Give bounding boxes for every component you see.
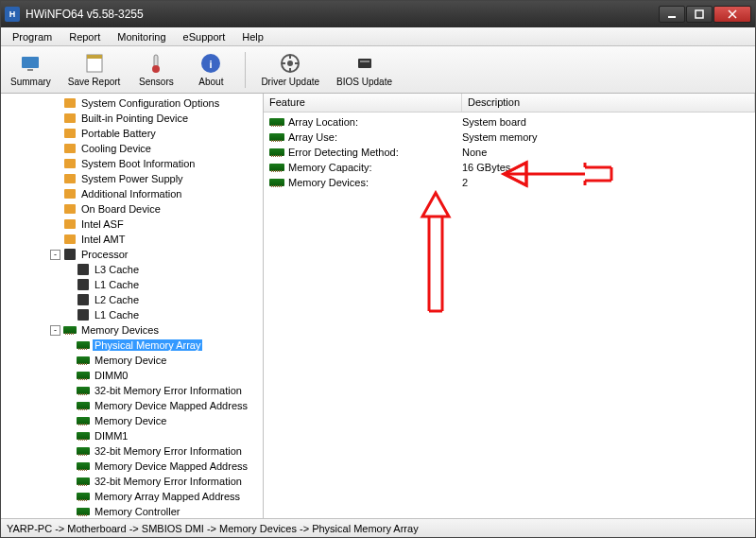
tree-node[interactable]: Cooling Device	[1, 141, 263, 156]
chip-icon	[77, 264, 90, 275]
menu-report[interactable]: Report	[61, 29, 108, 44]
about-label: About	[198, 77, 223, 87]
tree-label: Memory Controller	[93, 506, 181, 517]
tree-label: Memory Device Mapped Address	[93, 460, 249, 472]
tree-node[interactable]: L3 Cache	[1, 262, 263, 277]
feature-cell: Error Detecting Method:	[288, 147, 462, 158]
chip-icon	[77, 279, 90, 290]
tree-label: DIMM0	[93, 370, 129, 381]
feature-cell: Array Location:	[288, 116, 462, 128]
tree-node[interactable]: L2 Cache	[1, 292, 263, 307]
detail-row[interactable]: Memory Devices:2	[264, 175, 755, 190]
tree-node[interactable]: Built-in Pointing Device	[1, 111, 263, 126]
tree-node[interactable]: 32-bit Memory Error Information	[1, 443, 263, 459]
tree-spacer	[63, 340, 74, 351]
detail-row[interactable]: Array Location:System board	[264, 114, 755, 130]
tree-node[interactable]: 32-bit Memory Error Information	[1, 383, 263, 398]
tree-node[interactable]: System Power Supply	[1, 171, 263, 186]
tree-label: L3 Cache	[93, 264, 141, 275]
tree-spacer	[50, 204, 60, 215]
description-cell: System memory	[462, 131, 755, 143]
driver-button[interactable]: Driver Update	[257, 50, 323, 89]
ram-icon	[77, 385, 90, 396]
gen-icon	[63, 158, 77, 169]
tree-label: 32-bit Memory Error Information	[93, 445, 244, 457]
about-button[interactable]: iAbout	[188, 50, 233, 89]
tree-node[interactable]: Portable Battery	[1, 126, 263, 141]
tree-spacer	[50, 144, 60, 154]
tree-node[interactable]: DIMM1	[1, 428, 263, 443]
tree-label: L1 Cache	[93, 279, 141, 290]
menu-esupport[interactable]: eSupport	[176, 29, 233, 44]
tree-node[interactable]: On Board Device	[1, 201, 263, 217]
svg-rect-1	[696, 10, 703, 18]
detail-header: Feature Description	[264, 94, 755, 113]
description-cell: 16 GBytes	[462, 162, 755, 173]
collapse-icon[interactable]: -	[50, 325, 60, 336]
close-button[interactable]	[713, 6, 751, 23]
chip-icon	[77, 309, 90, 321]
detail-row[interactable]: Array Use:System memory	[264, 130, 755, 145]
tree-node[interactable]: L1 Cache	[1, 277, 263, 292]
sensors-label: Sensors	[139, 77, 174, 87]
col-description[interactable]: Description	[462, 94, 755, 112]
status-path: YARP-PC -> Motherboard -> SMBIOS DMI -> …	[7, 523, 419, 534]
tree-node[interactable]: Memory Array Mapped Address	[1, 489, 263, 504]
tree-node[interactable]: System Configuration Options	[1, 95, 263, 111]
sensors-button[interactable]: Sensors	[133, 50, 179, 89]
save-button[interactable]: Save Report	[64, 50, 125, 89]
svg-rect-5	[27, 69, 33, 71]
tree-node[interactable]: Memory Device Mapped Address	[1, 398, 263, 413]
gen-icon	[63, 113, 77, 124]
tree-node[interactable]: L1 Cache	[1, 307, 263, 322]
toolbar: SummarySave ReportSensorsiAboutDriver Up…	[1, 46, 755, 94]
tree-spacer	[50, 174, 60, 184]
bios-button[interactable]: BIOS Update	[333, 50, 396, 89]
tree-label: System Configuration Options	[79, 97, 221, 109]
ram-icon	[77, 460, 90, 472]
tree-node[interactable]: Intel ASF	[1, 217, 263, 232]
maximize-button[interactable]	[686, 6, 713, 23]
tree-label: Memory Device	[93, 355, 168, 366]
tree-node[interactable]: -Processor	[1, 247, 263, 262]
col-feature[interactable]: Feature	[264, 94, 462, 112]
tree-label: 32-bit Memory Error Information	[93, 476, 244, 487]
menu-help[interactable]: Help	[234, 29, 271, 44]
menubar: ProgramReportMonitoringeSupportHelp	[1, 27, 755, 46]
tree-node[interactable]: Memory Device	[1, 413, 263, 428]
detail-row[interactable]: Memory Capacity:16 GBytes	[264, 160, 755, 175]
ram-icon	[63, 324, 77, 336]
tree-node[interactable]: 32-bit Memory Error Information	[1, 474, 263, 489]
tree-node[interactable]: DIMM0	[1, 368, 263, 383]
gen-icon	[63, 143, 77, 154]
tree-label: L1 Cache	[93, 309, 141, 321]
tree-node[interactable]: Memory Controller	[1, 504, 263, 518]
tree-spacer	[63, 401, 74, 411]
tree-node[interactable]: Additional Information	[1, 186, 263, 201]
collapse-icon[interactable]: -	[50, 250, 60, 260]
tree-label: 32-bit Memory Error Information	[93, 385, 244, 396]
save-icon	[83, 52, 106, 75]
svg-rect-15	[360, 61, 369, 62]
tree-node[interactable]: Physical Memory Array	[1, 338, 263, 353]
tree-node[interactable]: System Boot Information	[1, 156, 263, 171]
menu-program[interactable]: Program	[5, 29, 60, 44]
gen-icon	[63, 173, 77, 184]
svg-rect-7	[87, 55, 102, 59]
menu-monitoring[interactable]: Monitoring	[110, 29, 173, 44]
minimize-button[interactable]	[659, 6, 685, 23]
summary-button[interactable]: Summary	[7, 50, 55, 89]
tree-label: Processor	[79, 249, 130, 260]
detail-row[interactable]: Error Detecting Method:None	[264, 145, 755, 160]
tree-spacer	[63, 371, 74, 381]
ram-icon	[269, 179, 284, 186]
svg-text:i: i	[210, 59, 213, 70]
tree-node[interactable]: -Memory Devices	[1, 322, 263, 338]
tree-node[interactable]: Memory Device Mapped Address	[1, 459, 263, 474]
annotation-arrow-up	[417, 190, 455, 313]
tree-pane[interactable]: System Configuration OptionsBuilt-in Poi…	[1, 94, 264, 518]
tree-node[interactable]: Intel AMT	[1, 232, 263, 247]
gen-icon	[63, 234, 77, 245]
bios-icon	[353, 52, 376, 75]
tree-node[interactable]: Memory Device	[1, 353, 263, 368]
